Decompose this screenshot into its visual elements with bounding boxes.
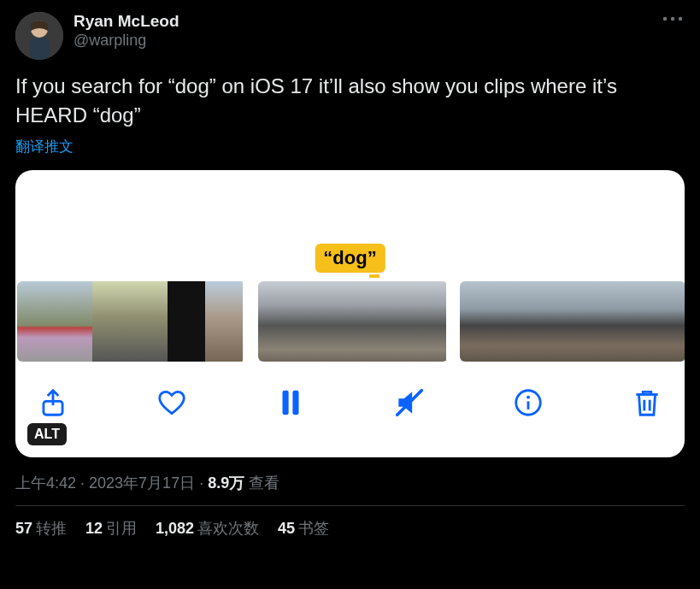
user-handle[interactable]: @warpling	[74, 31, 661, 50]
display-name[interactable]: Ryan McLeod	[74, 12, 661, 31]
alt-badge[interactable]: ALT	[27, 423, 67, 445]
date: 2023年7月17日	[89, 474, 195, 492]
media-header: “dog”	[15, 170, 685, 281]
media-card[interactable]: “dog”	[15, 170, 685, 457]
stat-quotes[interactable]: 12引用	[85, 518, 137, 539]
avatar[interactable]	[15, 12, 63, 60]
divider	[15, 505, 685, 506]
mute-icon[interactable]	[389, 382, 430, 423]
svg-point-4	[671, 17, 674, 21]
svg-point-11	[526, 396, 530, 399]
svg-rect-7	[283, 391, 289, 415]
stat-retweets[interactable]: 57转推	[15, 518, 67, 539]
pause-icon[interactable]	[270, 382, 311, 423]
filmstrip[interactable]	[15, 281, 685, 362]
media-toolbar	[15, 362, 685, 444]
clip-1[interactable]	[17, 281, 246, 362]
share-icon[interactable]	[32, 382, 74, 423]
views-count: 8.9万	[208, 474, 244, 492]
clip-2[interactable]	[258, 281, 448, 362]
tweet-header: Ryan McLeod @warpling	[15, 12, 685, 60]
stats-row: 57转推 12引用 1,082喜欢次数 45书签	[15, 518, 685, 539]
user-block: Ryan McLeod @warpling	[74, 12, 661, 50]
stat-likes[interactable]: 1,082喜欢次数	[156, 518, 259, 539]
views-label: 查看	[244, 474, 279, 492]
more-icon[interactable]	[661, 10, 685, 27]
timestamp-row[interactable]: 上午4:42 · 2023年7月17日 · 8.9万 查看	[15, 473, 685, 493]
svg-rect-8	[292, 391, 298, 415]
trash-icon[interactable]	[626, 382, 668, 423]
svg-rect-2	[29, 38, 50, 60]
tweet: Ryan McLeod @warpling If you search for …	[0, 0, 700, 539]
caption-tick	[369, 274, 379, 278]
info-icon[interactable]	[508, 382, 549, 423]
caption-pill: “dog”	[315, 244, 385, 273]
stat-bookmarks[interactable]: 45书签	[278, 518, 329, 539]
clip-3[interactable]	[460, 281, 685, 362]
heart-icon[interactable]	[151, 382, 192, 423]
svg-point-3	[663, 17, 667, 21]
translate-link[interactable]: 翻译推文	[15, 137, 685, 156]
svg-point-5	[679, 17, 682, 21]
time: 上午4:42	[15, 474, 76, 492]
tweet-text: If you search for “dog” on iOS 17 it’ll …	[15, 72, 685, 130]
